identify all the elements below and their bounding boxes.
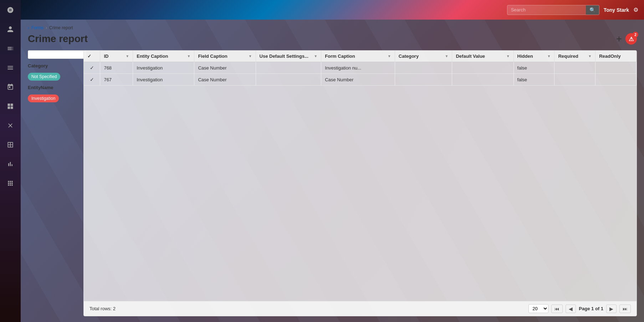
breadcrumb-separator-left: › xyxy=(28,25,29,30)
td-use_default_settings xyxy=(256,74,321,86)
sidebar-icon-hierarchy[interactable] xyxy=(4,42,17,55)
td-readonly xyxy=(596,74,637,86)
th-category[interactable]: Category▼ xyxy=(395,51,452,62)
th-required[interactable]: Required▼ xyxy=(554,51,596,62)
sidebar-icon-apps[interactable] xyxy=(4,177,17,190)
content-row: 🔍 Category Not Specified EntityName Inve… xyxy=(28,50,637,316)
breadcrumb-forms-link[interactable]: Forms xyxy=(31,25,44,30)
pagination: 20 50 100 ⏮ ◀ Page 1 of 1 ▶ ⏭ xyxy=(528,304,631,313)
td-default_value xyxy=(452,74,513,86)
breadcrumb-separator: › xyxy=(46,25,47,30)
search-input[interactable] xyxy=(507,5,586,14)
top-header: 🔍 Tony Stark ⚙ xyxy=(21,0,644,20)
td-check: ✓ xyxy=(84,62,100,74)
td-required xyxy=(554,62,596,74)
sidebar-icon-close[interactable] xyxy=(4,119,17,132)
investigation-chip[interactable]: Investigation xyxy=(28,94,78,102)
th-hidden[interactable]: Hidden▼ xyxy=(513,51,554,62)
search-button[interactable]: 🔍 xyxy=(586,5,599,15)
td-field_caption: Case Number xyxy=(194,74,256,86)
breadcrumb: › Forms › Crime report xyxy=(28,25,637,30)
header-actions: + ⚠ 2 xyxy=(616,33,637,45)
td-readonly xyxy=(596,62,637,74)
next-page-button[interactable]: ▶ xyxy=(606,305,617,313)
entity-name-label: EntityName xyxy=(28,85,78,90)
table-scroll[interactable]: ✓ ID▼ Entity Caption▼ Field Caption▼ xyxy=(84,51,637,301)
not-specified-chip[interactable]: Not Specified xyxy=(28,73,78,81)
gear-icon[interactable]: ⚙ xyxy=(633,6,638,13)
td-id: 767 xyxy=(100,74,133,86)
td-category xyxy=(395,74,452,86)
th-entity-caption[interactable]: Entity Caption▼ xyxy=(133,51,194,62)
td-hidden: false xyxy=(513,74,554,86)
th-readonly[interactable]: ReadOnly xyxy=(596,51,637,62)
td-category xyxy=(395,62,452,74)
filter-search-input[interactable] xyxy=(28,50,86,59)
last-page-button[interactable]: ⏭ xyxy=(619,305,631,313)
td-hidden: false xyxy=(513,62,554,74)
search-bar: 🔍 xyxy=(507,5,599,15)
td-id: 768 xyxy=(100,62,133,74)
td-default_value xyxy=(452,62,513,74)
main-area: 🔍 Tony Stark ⚙ › Forms › Crime report Cr… xyxy=(21,0,644,322)
td-check: ✓ xyxy=(84,74,100,86)
page-size-select[interactable]: 20 50 100 xyxy=(528,304,548,313)
page-header-row: Crime report + ⚠ 2 xyxy=(28,33,637,45)
user-name: Tony Stark xyxy=(604,7,629,13)
breadcrumb-current: Crime report xyxy=(49,25,73,30)
sidebar xyxy=(0,0,21,322)
th-field-caption[interactable]: Field Caption▼ xyxy=(194,51,256,62)
td-form_caption: Case Number xyxy=(321,74,395,86)
total-rows: Total rows: 2 xyxy=(90,306,116,311)
td-entity_caption: Investigation xyxy=(133,62,194,74)
sidebar-icon-calendar[interactable] xyxy=(4,81,17,93)
page-content: › Forms › Crime report Crime report + ⚠ … xyxy=(21,20,644,322)
alert-badge: 2 xyxy=(633,32,638,37)
sidebar-icon-list[interactable] xyxy=(4,61,17,74)
th-check[interactable]: ✓ xyxy=(84,51,100,62)
alert-button[interactable]: ⚠ 2 xyxy=(625,33,637,45)
sidebar-icon-person[interactable] xyxy=(4,23,17,36)
table-header-row: ✓ ID▼ Entity Caption▼ Field Caption▼ xyxy=(84,51,637,62)
th-id[interactable]: ID▼ xyxy=(100,51,133,62)
data-table: ✓ ID▼ Entity Caption▼ Field Caption▼ xyxy=(84,51,637,86)
sidebar-icon-table[interactable] xyxy=(4,138,17,151)
prev-page-button[interactable]: ◀ xyxy=(566,305,576,313)
category-label: Category xyxy=(28,63,78,68)
filter-panel: 🔍 Category Not Specified EntityName Inve… xyxy=(28,50,78,316)
td-entity_caption: Investigation xyxy=(133,74,194,86)
page-info: Page 1 of 1 xyxy=(579,306,603,311)
td-use_default_settings xyxy=(256,62,321,74)
table-body: ✓768InvestigationCase NumberInvestigatio… xyxy=(84,62,637,86)
add-button[interactable]: + xyxy=(616,34,622,44)
th-use-default-settings[interactable]: Use Default Settings...▼ xyxy=(256,51,321,62)
table-footer: Total rows: 2 20 50 100 ⏮ ◀ Page 1 of 1 … xyxy=(84,301,637,316)
th-default-value[interactable]: Default Value▼ xyxy=(452,51,513,62)
table-row[interactable]: ✓768InvestigationCase NumberInvestigatio… xyxy=(84,62,637,74)
table-row[interactable]: ✓767InvestigationCase NumberCase Numberf… xyxy=(84,74,637,86)
td-required xyxy=(554,74,596,86)
sidebar-icon-grid[interactable] xyxy=(4,100,17,113)
first-page-button[interactable]: ⏮ xyxy=(551,305,563,313)
filter-search-row: 🔍 xyxy=(28,50,78,59)
td-form_caption: Investigation nu... xyxy=(321,62,395,74)
td-field_caption: Case Number xyxy=(194,62,256,74)
sidebar-icon-user-circle[interactable] xyxy=(4,4,17,16)
table-container: ✓ ID▼ Entity Caption▼ Field Caption▼ xyxy=(83,50,637,316)
sidebar-icon-chart[interactable] xyxy=(4,158,17,170)
page-title: Crime report xyxy=(28,33,88,45)
th-form-caption[interactable]: Form Caption▼ xyxy=(321,51,395,62)
